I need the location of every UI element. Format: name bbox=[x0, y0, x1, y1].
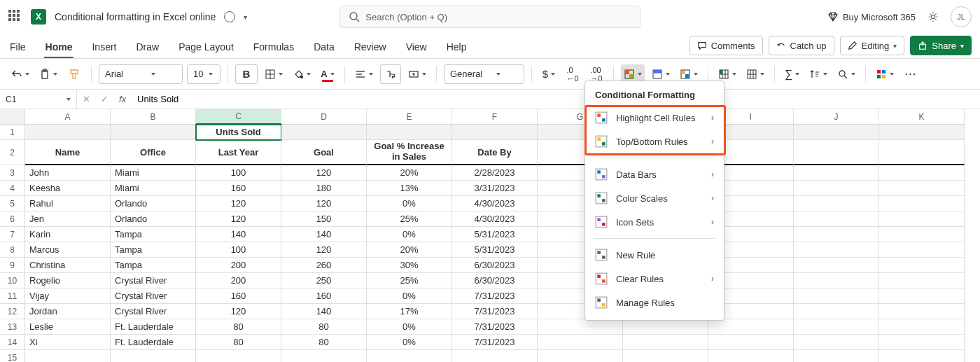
cell[interactable]: 120 bbox=[196, 196, 281, 211]
cell[interactable]: 150 bbox=[281, 211, 367, 227]
cf-item-new-rule[interactable]: New Rule bbox=[585, 243, 724, 267]
cell[interactable] bbox=[538, 319, 623, 335]
cell[interactable] bbox=[879, 258, 965, 273]
cell[interactable] bbox=[623, 350, 708, 362]
search-input[interactable]: Search (Option + Q) bbox=[340, 6, 640, 28]
format-painter-button[interactable] bbox=[64, 64, 84, 84]
tab-data[interactable]: Data bbox=[312, 41, 336, 58]
cell[interactable]: 120 bbox=[196, 211, 281, 227]
cell[interactable] bbox=[708, 335, 794, 350]
cell[interactable]: 0% bbox=[367, 196, 452, 211]
cell[interactable]: 0% bbox=[367, 288, 452, 304]
cell[interactable]: 0% bbox=[367, 335, 452, 350]
cell[interactable] bbox=[879, 242, 965, 258]
tab-formulas[interactable]: Formulas bbox=[252, 41, 295, 58]
cell[interactable] bbox=[452, 350, 538, 362]
cell[interactable] bbox=[879, 165, 965, 181]
sort-filter-button[interactable] bbox=[806, 64, 830, 84]
paste-button[interactable] bbox=[36, 64, 60, 84]
wrap-text-button[interactable] bbox=[380, 64, 401, 84]
merge-button[interactable] bbox=[405, 64, 429, 84]
cell[interactable] bbox=[111, 125, 196, 140]
cell[interactable] bbox=[794, 288, 879, 304]
cell[interactable]: 6/30/2023 bbox=[452, 273, 538, 288]
cell[interactable]: 7/31/2023 bbox=[452, 335, 538, 350]
cell[interactable] bbox=[794, 181, 879, 196]
cell[interactable] bbox=[794, 165, 879, 181]
number-format-select[interactable]: General bbox=[444, 64, 524, 84]
cell[interactable]: 5/31/2023 bbox=[452, 227, 538, 242]
cell[interactable]: 80 bbox=[281, 335, 367, 350]
cell[interactable] bbox=[794, 227, 879, 242]
column-header-C[interactable]: C bbox=[196, 109, 281, 125]
row-header-13[interactable]: 13 bbox=[0, 319, 25, 335]
cell[interactable] bbox=[879, 335, 965, 350]
cell[interactable] bbox=[708, 350, 794, 362]
cell[interactable] bbox=[367, 125, 452, 140]
cell[interactable] bbox=[794, 319, 879, 335]
cell[interactable]: Units Sold bbox=[196, 125, 281, 140]
font-color-button[interactable]: A bbox=[318, 64, 337, 84]
cell[interactable] bbox=[623, 335, 708, 350]
cell[interactable] bbox=[794, 125, 879, 140]
tab-review[interactable]: Review bbox=[353, 41, 388, 58]
cell[interactable] bbox=[794, 304, 879, 319]
cell[interactable]: Miami bbox=[111, 165, 196, 181]
font-family-select[interactable]: Arial bbox=[99, 64, 183, 84]
cell[interactable] bbox=[794, 273, 879, 288]
cf-item-icon-sets[interactable]: Icon Sets› bbox=[585, 210, 724, 234]
cell[interactable]: 0% bbox=[367, 319, 452, 335]
cell[interactable]: 30% bbox=[367, 258, 452, 273]
cell[interactable]: 120 bbox=[196, 304, 281, 319]
app-launcher-icon[interactable] bbox=[8, 10, 22, 24]
cell[interactable]: 7/31/2023 bbox=[452, 288, 538, 304]
cell[interactable]: 80 bbox=[196, 319, 281, 335]
cell[interactable] bbox=[25, 125, 111, 140]
cell[interactable]: Tampa bbox=[111, 242, 196, 258]
cell[interactable] bbox=[367, 350, 452, 362]
cell[interactable]: 4/30/2023 bbox=[452, 211, 538, 227]
cell[interactable]: Name bbox=[25, 140, 111, 165]
cell[interactable]: 120 bbox=[281, 196, 367, 211]
cell[interactable]: 7/31/2023 bbox=[452, 304, 538, 319]
cell[interactable]: Orlando bbox=[111, 196, 196, 211]
cell[interactable]: 200 bbox=[196, 258, 281, 273]
column-header-A[interactable]: A bbox=[25, 109, 111, 125]
cell[interactable] bbox=[281, 350, 367, 362]
cell[interactable]: Miami bbox=[111, 181, 196, 196]
more-button[interactable]: ··· bbox=[901, 64, 920, 84]
find-button[interactable] bbox=[834, 64, 858, 84]
cell[interactable]: Christina bbox=[25, 258, 111, 273]
cell[interactable]: 80 bbox=[281, 319, 367, 335]
cell[interactable]: Tampa bbox=[111, 227, 196, 242]
settings-icon[interactable] bbox=[927, 11, 939, 23]
cell[interactable] bbox=[794, 258, 879, 273]
cell[interactable]: Ft. Lauderdale bbox=[111, 335, 196, 350]
cell[interactable]: 140 bbox=[281, 304, 367, 319]
row-header-3[interactable]: 3 bbox=[0, 165, 25, 181]
cell[interactable] bbox=[25, 350, 111, 362]
cf-item-data-bars[interactable]: Data Bars› bbox=[585, 162, 724, 186]
cell[interactable] bbox=[794, 335, 879, 350]
cell[interactable] bbox=[281, 125, 367, 140]
cell[interactable]: 180 bbox=[281, 181, 367, 196]
share-button[interactable]: Share ▾ bbox=[910, 36, 972, 55]
tab-draw[interactable]: Draw bbox=[134, 41, 160, 58]
cell[interactable] bbox=[879, 273, 965, 288]
cell[interactable]: Crystal River bbox=[111, 304, 196, 319]
column-header-B[interactable]: B bbox=[111, 109, 196, 125]
row-header-6[interactable]: 6 bbox=[0, 211, 25, 227]
cell[interactable]: 200 bbox=[196, 273, 281, 288]
cell[interactable]: Orlando bbox=[111, 211, 196, 227]
cell[interactable] bbox=[879, 181, 965, 196]
row-header-12[interactable]: 12 bbox=[0, 304, 25, 319]
cell[interactable]: Goal % Increase in Sales bbox=[367, 140, 452, 165]
cell[interactable] bbox=[794, 140, 879, 165]
tab-page-layout[interactable]: Page Layout bbox=[177, 41, 235, 58]
tab-help[interactable]: Help bbox=[445, 41, 468, 58]
row-header-15[interactable]: 15 bbox=[0, 350, 25, 362]
autosum-button[interactable]: ∑ bbox=[782, 64, 802, 84]
cell[interactable]: 20% bbox=[367, 242, 452, 258]
cell[interactable]: Office bbox=[111, 140, 196, 165]
currency-button[interactable]: $ bbox=[539, 64, 559, 84]
